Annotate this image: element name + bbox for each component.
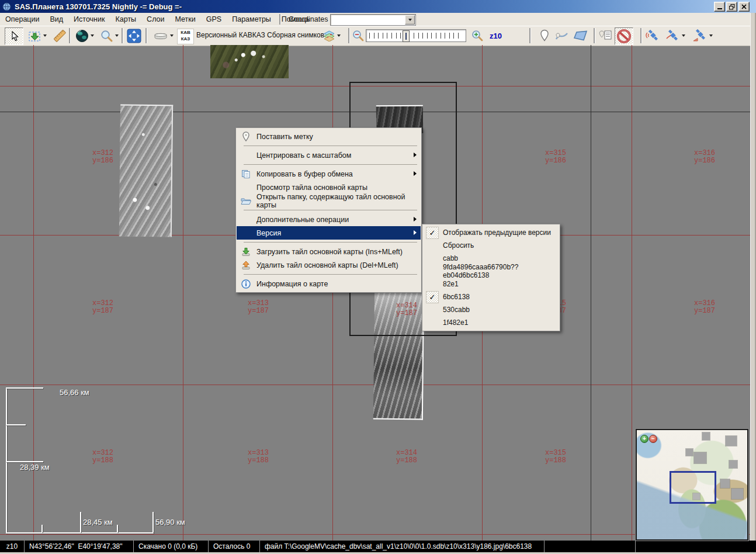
chevron-down-icon[interactable]: [91, 34, 94, 37]
coordinates-combobox[interactable]: [330, 14, 416, 26]
menu-item-map-info[interactable]: Информация о карте: [237, 277, 421, 290]
minimap-missing-tile: [694, 452, 706, 463]
delete-icon: [240, 259, 252, 271]
status-bar: z10 N43°56'22,46" E40°19'47,38" Скачано …: [0, 541, 756, 552]
menu-gps[interactable]: GPS: [201, 13, 227, 25]
layers-button[interactable]: [320, 27, 344, 44]
gps-track-button[interactable]: [663, 27, 687, 44]
fullscreen-icon: [127, 29, 141, 43]
minimap-missing-tile: [731, 489, 743, 499]
cursor-tool-button[interactable]: [5, 27, 23, 45]
selection-tool-button[interactable]: [25, 27, 50, 44]
menu-item-place-mark[interactable]: Поставить метку: [237, 130, 421, 143]
menu-item-copy-to-clipboard[interactable]: Копировать в буфер обмена: [237, 167, 421, 181]
minimap[interactable]: + −: [636, 429, 748, 541]
submenu-item-version-530cabb[interactable]: 530cabb: [423, 303, 559, 316]
window-title: SAS.Планета 130701.7325 Nightly -= Debug…: [15, 2, 182, 11]
zoom-out-button[interactable]: [351, 27, 366, 44]
path-icon: [555, 30, 569, 41]
ruler-tool-button[interactable]: [51, 27, 68, 44]
map-selector-dropdown[interactable]: Версионный КАВКАЗ Сборная снимков: [196, 31, 331, 39]
menu-maps[interactable]: Карты: [110, 13, 141, 25]
prohibition-icon: [616, 29, 632, 44]
menu-source[interactable]: Источник: [68, 13, 110, 25]
tile-coordinate-label: x=314y=188: [396, 449, 417, 465]
search-button[interactable]: [97, 27, 122, 44]
submenu-item-version-1f482e1[interactable]: 1f482e1: [423, 316, 559, 329]
toolbar-separator: [594, 28, 595, 43]
chevron-down-icon[interactable]: [43, 34, 47, 37]
check-icon: ✓: [426, 291, 439, 303]
menu-item-center-with-zoom[interactable]: Центрировать с масштабом: [237, 148, 421, 162]
minimap-viewport-rectangle[interactable]: [670, 471, 716, 504]
zoom-in-button[interactable]: [470, 27, 485, 44]
cursor-icon: [9, 31, 19, 41]
menu-bar: Операции Вид Источник Карты Слои Метки G…: [0, 13, 750, 26]
tile-grid-line-vertical: [332, 45, 333, 541]
minimap-missing-tile: [702, 432, 710, 440]
gps-marker-button[interactable]: [689, 27, 715, 44]
tile-coordinate-label: x=313y=188: [248, 449, 269, 465]
submenu-arrow-icon: [414, 217, 417, 221]
chevron-down-icon[interactable]: [709, 34, 713, 37]
combobox-arrow-button[interactable]: [405, 15, 415, 25]
placemark-icon: [240, 131, 252, 142]
tile-coordinate-label: x=312y=186: [92, 150, 113, 165]
status-empty-panel: [545, 541, 636, 552]
chevron-down-icon[interactable]: [115, 34, 119, 37]
placemark-list-icon: [598, 30, 612, 41]
close-icon: [741, 4, 747, 9]
close-button[interactable]: [738, 2, 750, 12]
chevron-down-icon[interactable]: [170, 34, 174, 37]
menu-view[interactable]: Вид: [44, 13, 68, 25]
tile-coordinate-label: x=316y=187: [694, 300, 715, 315]
submenu-item-reset[interactable]: Сбросить: [423, 239, 559, 252]
zoom-slider-thumb[interactable]: [403, 30, 410, 42]
scale-ruler-label: 28,39 км: [20, 463, 50, 472]
fullscreen-button[interactable]: [125, 27, 143, 44]
title-bar: SAS.Планета 130701.7325 Nightly -= Debug…: [0, 0, 756, 13]
status-empty-panel: [636, 541, 756, 552]
add-path-button[interactable]: [554, 27, 570, 44]
minimize-button[interactable]: [714, 2, 725, 12]
map-badge-line2: КАЗ: [178, 36, 193, 42]
submenu-item-version-hash[interactable]: 9fda4896caaa66790b??eb04d6bc6138: [423, 265, 559, 278]
add-placemark-button[interactable]: [536, 27, 553, 44]
map-context-menu: Поставить метку Центрировать с масштабом…: [235, 127, 422, 293]
chevron-down-icon[interactable]: [682, 34, 685, 37]
menu-item-open-tile-folder[interactable]: Открыть папку, содержащую тайл основной …: [237, 194, 421, 207]
restore-button[interactable]: [726, 2, 737, 12]
menu-item-download-tile[interactable]: Загрузить тайл основной карты (Ins+MLeft…: [237, 245, 421, 258]
gps-connect-button[interactable]: [644, 27, 661, 44]
submenu-item-show-previous-versions[interactable]: ✓ Отображать предыдущие версии: [423, 226, 559, 239]
menu-parameters[interactable]: Параметры: [227, 13, 276, 25]
chevron-down-icon[interactable]: [337, 34, 341, 37]
menu-item-version[interactable]: Версия: [237, 226, 421, 240]
map-badge-line1: КАВ: [178, 29, 193, 36]
submenu-item-version-6bc6138[interactable]: ✓ 6bc6138: [423, 290, 559, 303]
zoom-slider[interactable]: [366, 29, 466, 42]
add-polygon-button[interactable]: [571, 27, 590, 44]
menu-operations[interactable]: Операции: [0, 13, 44, 25]
satellite-tile-color: [210, 45, 289, 78]
hide-placemarks-button[interactable]: [615, 27, 633, 45]
menu-layers[interactable]: Слои: [141, 13, 169, 25]
restore-icon: [729, 4, 735, 10]
menu-item-delete-tile[interactable]: Удалить тайл основной карты (Del+MLeft): [237, 258, 421, 272]
status-coordinates: N43°56'22,46" E40°19'47,38": [25, 541, 134, 552]
toolbar-group-separator: [145, 28, 147, 43]
copy-icon: [240, 168, 252, 179]
minimap-zoom-in-button[interactable]: +: [640, 435, 649, 443]
cache-type-button[interactable]: [150, 27, 176, 44]
menu-placemarks[interactable]: Метки: [170, 13, 201, 25]
folder-icon: [240, 195, 252, 206]
placemark-manager-button[interactable]: [597, 27, 613, 44]
submenu-item-version-82e1[interactable]: 82e1: [423, 278, 559, 290]
globe-view-button[interactable]: [72, 27, 97, 44]
menu-item-additional-operations[interactable]: Дополнительные операции: [237, 213, 421, 226]
scale-ruler-tick: [6, 387, 43, 389]
scale-ruler-label: 28,45 км: [83, 518, 113, 527]
status-file-path: файл T:\GoogleMV\cache_dbv\sat_all_v1\z1…: [260, 541, 545, 552]
minimap-zoom-out-button[interactable]: −: [649, 435, 657, 443]
submenu-arrow-icon: [414, 171, 417, 176]
